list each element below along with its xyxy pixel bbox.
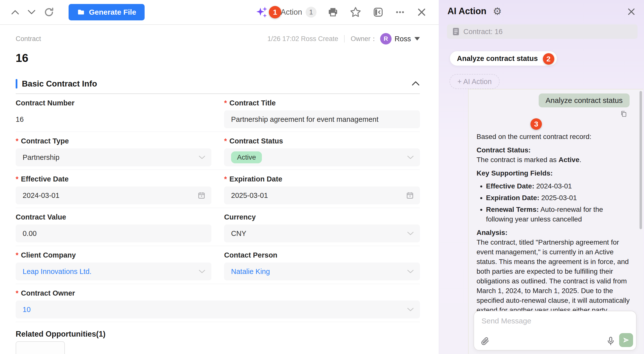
next-record-button[interactable] <box>27 10 36 15</box>
expiration-date-input[interactable]: 2025-03-01 <box>224 186 420 204</box>
app-window: Generate File 1 AI Action 1 <box>0 0 644 354</box>
field-contract-value: Contract Value 0.00 <box>16 213 212 242</box>
voice-input-button[interactable] <box>606 336 616 346</box>
chevron-down-icon <box>198 269 206 273</box>
currency-value: CNY <box>231 229 246 238</box>
user-message-bubble: Analyze contract status <box>539 94 630 107</box>
message-composer[interactable]: Send Message <box>474 311 636 350</box>
chevron-down-icon <box>407 231 414 235</box>
response-analysis-heading: Analysis: <box>476 228 630 237</box>
prev-record-button[interactable] <box>11 10 20 15</box>
printer-icon <box>328 7 338 18</box>
chat-scrollbar-thumb[interactable] <box>640 91 642 229</box>
response-bullet: Expiration Date: 2025-03-01 <box>486 193 630 203</box>
analyze-contract-status-button[interactable]: Analyze contract status 2 <box>450 51 557 66</box>
effective-date-input[interactable]: 2024-03-01 <box>16 186 212 204</box>
field-client-company: *Client Company Leap Innovations Ltd. <box>16 251 212 280</box>
ai-response-message: Based on the current contract record: Co… <box>476 132 630 325</box>
contract-title-input[interactable]: Partnership agreement for event manageme… <box>224 110 420 128</box>
response-bullet: Renewal Terms: Auto-renewal for the foll… <box>486 205 630 224</box>
related-opportunities-tab[interactable] <box>16 341 65 354</box>
collapse-panel-button[interactable] <box>373 7 384 18</box>
generate-file-button[interactable]: Generate File <box>68 4 144 20</box>
field-label: Client Company <box>21 251 76 259</box>
ellipsis-icon <box>394 7 406 18</box>
send-message-button[interactable] <box>619 333 633 347</box>
response-status-heading: Contract Status: <box>476 145 630 155</box>
ai-action-count-badge: 1 <box>306 7 316 18</box>
created-meta: 1/26 17:02 Ross Create <box>267 35 338 43</box>
ai-action-toolbar-button[interactable]: AI Action 1 <box>256 6 316 19</box>
form-row: *Contract Owner 10 <box>16 284 420 322</box>
gear-icon[interactable]: ⚙ <box>493 6 502 16</box>
paperclip-icon <box>480 336 490 345</box>
close-record-button[interactable] <box>416 7 427 18</box>
chevron-down-icon <box>198 155 206 159</box>
field-contract-owner: *Contract Owner 10 <box>16 289 420 318</box>
section-header: Basic Contract Info <box>16 79 420 89</box>
contract-owner-link[interactable]: 10 <box>22 305 30 314</box>
client-company-link[interactable]: Leap Innovations Ltd. <box>22 267 92 276</box>
refresh-button[interactable] <box>44 7 54 18</box>
copy-button[interactable] <box>620 110 627 117</box>
contract-type-select[interactable]: Partnership <box>16 148 212 166</box>
response-bullet-list: Effective Date: 2024-03-01 Expiration Da… <box>476 181 630 224</box>
attach-button[interactable] <box>480 336 490 345</box>
chevron-down-icon <box>407 269 414 273</box>
more-actions-button[interactable] <box>394 7 406 18</box>
annotation-badge-3: 3 <box>530 118 542 130</box>
ai-action-panel: AI Action ⚙ Contract: 16 Analyze contrac… <box>439 0 644 354</box>
paper-plane-icon <box>622 336 630 344</box>
field-label: Contract Type <box>21 137 69 145</box>
field-label: Expiration Date <box>229 175 282 183</box>
contract-value-input[interactable]: 0.00 <box>16 224 212 242</box>
expiration-date-value: 2025-03-01 <box>231 191 268 200</box>
star-icon <box>349 6 362 18</box>
form-row: *Effective Date 2024-03-01 *Expiration D… <box>16 170 420 208</box>
favorite-button[interactable] <box>349 6 362 18</box>
required-marker: * <box>224 175 227 183</box>
annotation-badge-1: 1 <box>269 6 281 19</box>
contact-person-link[interactable]: Natalie King <box>231 267 270 276</box>
related-opportunities-title: Related Opportunities(1) <box>16 330 420 338</box>
chevron-up-icon <box>11 10 20 15</box>
contract-number-value: 16 <box>16 110 212 128</box>
close-icon <box>626 7 636 17</box>
field-contract-title: *Contract Title Partnership agreement fo… <box>224 98 420 128</box>
record-title: 16 <box>16 51 420 65</box>
owner-avatar[interactable]: R <box>380 33 392 45</box>
context-chip: Contract: 16 <box>447 24 638 39</box>
chevron-down-icon <box>27 10 36 15</box>
field-label: Contract Owner <box>21 289 75 297</box>
document-icon <box>452 28 460 36</box>
analyze-button-label: Analyze contract status <box>457 55 538 63</box>
contact-person-select[interactable]: Natalie King <box>224 262 420 280</box>
ai-panel-close-button[interactable] <box>626 7 636 17</box>
section-collapse-button[interactable] <box>412 81 420 87</box>
contract-status-select[interactable]: Active <box>224 148 420 166</box>
ai-panel-header: AI Action ⚙ <box>448 6 502 17</box>
owner-dropdown-caret-icon[interactable] <box>414 37 420 41</box>
toolbar-left-group: Generate File <box>11 4 144 20</box>
form-row: Contract Number 16 *Contract Title Partn… <box>16 94 420 132</box>
print-button[interactable] <box>328 7 338 18</box>
message-input-placeholder: Send Message <box>482 317 531 325</box>
close-icon <box>416 7 427 18</box>
field-contact-person: Contact Person Natalie King <box>224 251 420 280</box>
field-label: Contact Person <box>224 251 420 259</box>
form-row: Contract Value 0.00 Currency CNY <box>16 208 420 246</box>
field-effective-date: *Effective Date 2024-03-01 <box>16 175 212 204</box>
field-contract-status: *Contract Status Active <box>224 137 420 166</box>
meta-divider <box>344 35 344 43</box>
owner-name[interactable]: Ross <box>394 35 411 43</box>
owner-label: Owner： <box>350 34 377 43</box>
required-marker: * <box>16 175 18 183</box>
annotation-badge-2: 2 <box>543 53 554 65</box>
currency-select[interactable]: CNY <box>224 224 420 242</box>
add-ai-action-button[interactable]: + AI Action <box>450 74 500 89</box>
context-chip-label: Contract: 16 <box>463 28 503 36</box>
contract-value-value: 0.00 <box>22 229 36 238</box>
contract-owner-select[interactable]: 10 <box>16 300 420 318</box>
ai-panel-title: AI Action <box>448 6 486 17</box>
client-company-select[interactable]: Leap Innovations Ltd. <box>16 262 212 280</box>
